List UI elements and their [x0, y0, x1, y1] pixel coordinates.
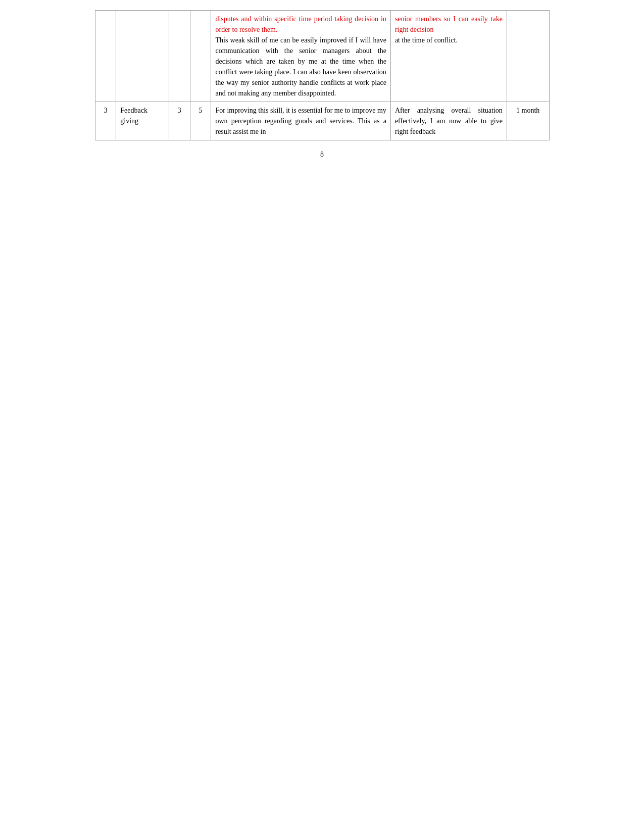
page-num-text: 8	[320, 151, 324, 158]
cell-num3-empty	[190, 11, 211, 102]
time-value: 1 month	[516, 107, 539, 114]
action-3-text: For improving this skill, it is essentia…	[215, 107, 386, 135]
outcome-red-text: senior members so I can easily take righ…	[395, 15, 503, 33]
cell-num-3: 3	[95, 102, 116, 140]
cell-time-3: 1 month	[507, 102, 549, 140]
page-container: disputes and within specific time period…	[95, 10, 550, 159]
table-row: disputes and within specific time period…	[95, 11, 549, 102]
cell-action-3: For improving this skill, it is essentia…	[211, 102, 390, 140]
cell-time-empty	[507, 11, 549, 102]
skill-label: Feedback giving	[120, 107, 147, 125]
outcome-3-text: After analysing overall situation effect…	[395, 107, 503, 135]
cell-skill-3: Feedback giving	[116, 102, 169, 140]
table-row-3: 3 Feedback giving 3 5 For improving this…	[95, 102, 549, 140]
cell-outcome-3: After analysing overall situation effect…	[390, 102, 507, 140]
cell-skill-empty	[116, 11, 169, 102]
num2-value: 3	[178, 107, 181, 114]
cell-action-continuation: disputes and within specific time period…	[211, 11, 390, 102]
cell-num2-empty	[169, 11, 190, 102]
outcome-black-text: at the time of conflict.	[395, 36, 458, 44]
cell-outcome-continuation: senior members so I can easily take righ…	[390, 11, 507, 102]
page-number: 8	[95, 151, 550, 159]
cell-num-empty	[95, 11, 116, 102]
num3-value: 5	[199, 107, 203, 114]
cell-num3-3: 5	[190, 102, 211, 140]
main-table: disputes and within specific time period…	[95, 10, 550, 140]
row-number: 3	[104, 107, 107, 114]
action-black-text: This weak skill of me can be easily impr…	[215, 36, 386, 97]
cell-num2-3: 3	[169, 102, 190, 140]
action-red-text: disputes and within specific time period…	[215, 15, 386, 33]
